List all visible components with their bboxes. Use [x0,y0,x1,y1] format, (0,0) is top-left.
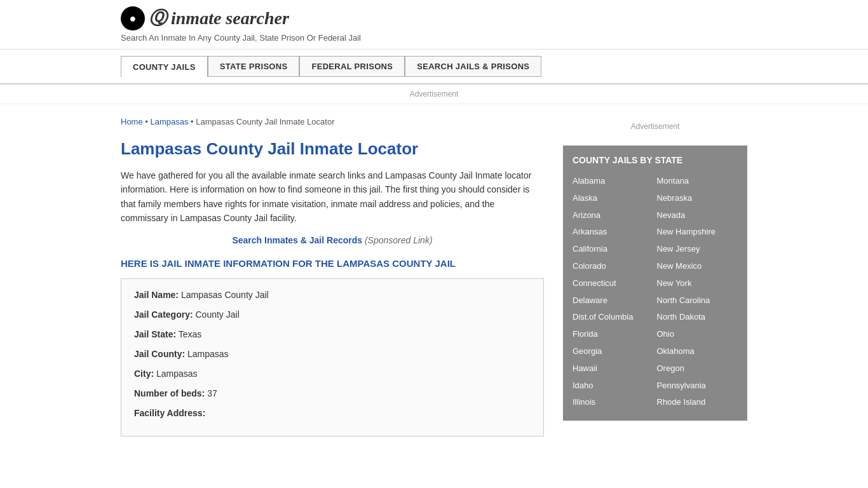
state-link[interactable]: Hawaii [573,360,654,377]
jail-address-label: Facility Address: [134,408,205,418]
jail-city-row: City: Lampasas [134,367,531,381]
jail-name-value: Lampasas County Jail [181,290,269,300]
state-link[interactable]: Arizona [573,207,654,224]
state-link[interactable]: New York [657,275,738,292]
jail-info-box: Jail Name: Lampasas County Jail Jail Cat… [121,278,544,437]
breadcrumb-current: Lampasas County Jail Inmate Locator [196,117,334,126]
nav-federal-prisons[interactable]: FEDERAL PRISONS [299,56,405,77]
nav-buttons: COUNTY JAILS STATE PRISONS FEDERAL PRISO… [121,56,747,77]
main-layout: Home • Lampasas • Lampasas County Jail I… [0,104,868,437]
ad-banner: Advertisement [0,85,868,104]
jail-county-value: Lampasas [187,349,229,359]
jail-state-row: Jail State: Texas [134,328,531,341]
state-link[interactable]: Alaska [573,190,654,207]
state-box-title: COUNTY JAILS BY STATE [573,155,738,165]
nav-bar: COUNTY JAILS STATE PRISONS FEDERAL PRISO… [0,50,868,85]
state-link[interactable]: Georgia [573,343,654,360]
jail-beds-value: 37 [207,388,217,398]
state-link[interactable]: Florida [573,326,654,343]
state-link[interactable]: Idaho [573,377,654,395]
logo-area: ● Ⓠ inmate searcher [121,6,747,30]
state-link[interactable]: Oklahoma [657,343,738,360]
state-columns: AlabamaAlaskaArizonaArkansasCaliforniaCo… [573,173,738,411]
state-col-left: AlabamaAlaskaArizonaArkansasCaliforniaCo… [573,173,654,411]
breadcrumb-parent[interactable]: Lampasas [150,117,188,126]
state-link[interactable]: Connecticut [573,275,654,292]
state-link[interactable]: Montana [657,173,738,190]
state-link[interactable]: New Mexico [657,258,738,275]
jail-city-value: Lampasas [156,369,198,379]
logo-icon: ● [121,6,145,30]
breadcrumb: Home • Lampasas • Lampasas County Jail I… [121,117,544,126]
state-box: COUNTY JAILS BY STATE AlabamaAlaskaArizo… [563,146,747,421]
jail-state-label: Jail State: [134,329,176,339]
state-link[interactable]: Colorado [573,258,654,275]
jail-category-value: County Jail [195,309,239,320]
nav-state-prisons[interactable]: STATE PRISONS [208,56,300,77]
sidebar-ad: Advertisement [563,117,747,136]
header: ● Ⓠ inmate searcher Search An Inmate In … [0,0,868,50]
state-link[interactable]: Illinois [573,394,654,411]
state-link[interactable]: Rhode Island [657,394,738,411]
state-link[interactable]: Oregon [657,360,738,377]
jail-beds-row: Number of beds: 37 [134,387,531,400]
jail-city-label: City: [134,369,154,379]
content-area: Home • Lampasas • Lampasas County Jail I… [121,104,544,437]
sidebar: Advertisement COUNTY JAILS BY STATE Alab… [563,104,747,437]
breadcrumb-home[interactable]: Home [121,117,143,126]
info-section-title: HERE IS JAIL INMATE INFORMATION FOR THE … [121,258,544,269]
state-link[interactable]: Ohio [657,326,738,343]
jail-category-row: Jail Category: County Jail [134,308,531,322]
jail-name-label: Jail Name: [134,290,179,300]
state-link[interactable]: Arkansas [573,224,654,241]
state-link[interactable]: Delaware [573,292,654,309]
state-col-right: MontanaNebraskaNevadaNew HampshireNew Je… [657,173,738,411]
jail-state-value: Texas [179,329,202,339]
nav-county-jails[interactable]: COUNTY JAILS [121,56,208,77]
state-link[interactable]: Pennsylvania [657,377,738,395]
logo-text: Ⓠ inmate searcher [149,6,289,30]
state-link[interactable]: North Carolina [657,292,738,309]
jail-county-row: Jail County: Lampasas [134,348,531,361]
jail-beds-label: Number of beds: [134,388,205,398]
page-title: Lampasas County Jail Inmate Locator [121,139,544,159]
state-link[interactable]: Nebraska [657,190,738,207]
state-link[interactable]: New Jersey [657,241,738,258]
jail-name-row: Jail Name: Lampasas County Jail [134,288,531,302]
state-link[interactable]: Dist.of Columbia [573,309,654,326]
state-link[interactable]: Nevada [657,207,738,224]
description: We have gathered for you all the availab… [121,168,544,226]
jail-category-label: Jail Category: [134,309,193,320]
state-link[interactable]: Alabama [573,173,654,190]
sponsored-note: (Sponsored Link) [365,235,433,245]
state-link[interactable]: California [573,241,654,258]
jail-address-row: Facility Address: [134,407,531,420]
sponsored-link[interactable]: Search Inmates & Jail Records [232,235,362,245]
state-link[interactable]: New Hampshire [657,224,738,241]
tagline: Search An Inmate In Any County Jail, Sta… [121,33,747,43]
state-link[interactable]: North Dakota [657,309,738,326]
sponsored-link-area: Search Inmates & Jail Records (Sponsored… [121,235,544,245]
jail-county-label: Jail County: [134,349,185,359]
nav-search-jails[interactable]: SEARCH JAILS & PRISONS [405,56,541,77]
